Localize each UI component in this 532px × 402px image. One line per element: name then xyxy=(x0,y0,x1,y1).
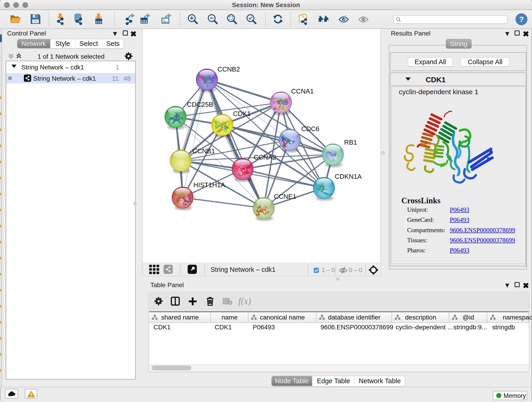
svg-text:CDC25B: CDC25B xyxy=(187,101,213,108)
svg-text:HIST1H1A: HIST1H1A xyxy=(193,181,225,189)
svg-text:RB1: RB1 xyxy=(344,139,357,146)
svg-text:CDC6: CDC6 xyxy=(301,125,319,133)
svg-text:CCNA1: CCNA1 xyxy=(291,88,314,95)
svg-text:CCNE1: CCNE1 xyxy=(274,193,296,200)
svg-text:CDKN1A: CDKN1A xyxy=(335,173,362,180)
svg-text:CDK1: CDK1 xyxy=(233,110,251,117)
svg-text:CCNB1: CCNB1 xyxy=(192,147,215,155)
svg-text:CCNB2: CCNB2 xyxy=(217,65,240,73)
svg-text:CCNA2: CCNA2 xyxy=(254,153,276,161)
